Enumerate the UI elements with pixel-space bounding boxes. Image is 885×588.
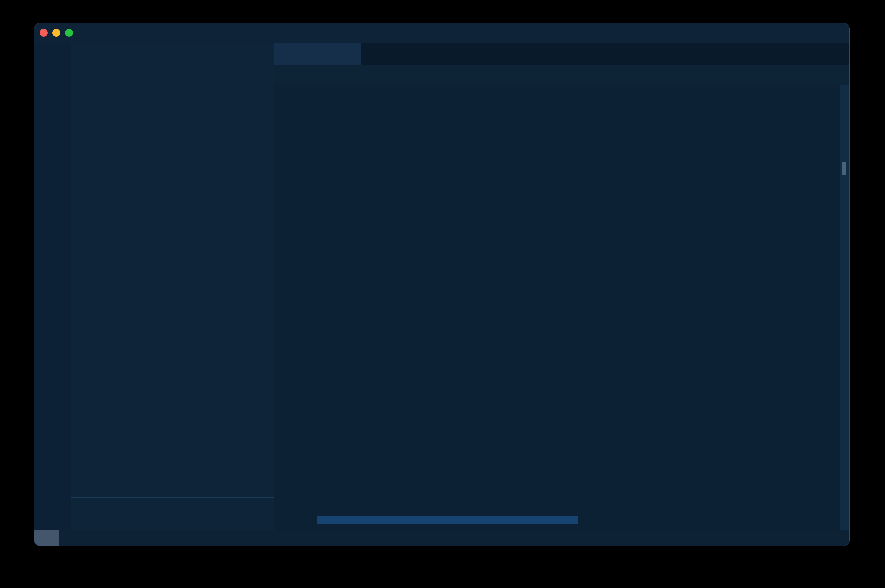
remote-indicator[interactable] xyxy=(35,530,59,546)
code-editor[interactable] xyxy=(274,85,850,530)
explorer-sidebar xyxy=(71,43,274,530)
editor-toolbar xyxy=(842,43,850,65)
overview-ruler-marker xyxy=(842,162,846,175)
explorer-header xyxy=(71,43,274,68)
tab-index-tsx[interactable] xyxy=(274,43,361,65)
workspace-root-row[interactable] xyxy=(71,68,274,84)
outline-section[interactable] xyxy=(71,497,274,514)
vscode-window xyxy=(34,23,850,546)
vertical-scrollbar[interactable] xyxy=(840,85,849,530)
activity-bar xyxy=(35,43,71,530)
gitlens-blame-annotation xyxy=(274,87,850,99)
status-bar-right xyxy=(845,530,849,546)
window-title xyxy=(35,24,849,43)
titlebar[interactable] xyxy=(35,24,849,44)
editor-group xyxy=(274,43,850,530)
tab-bar xyxy=(274,43,850,65)
breadcrumb xyxy=(274,65,850,85)
status-bar xyxy=(35,530,849,546)
horizontal-scrollbar[interactable] xyxy=(318,516,578,524)
timeline-section[interactable] xyxy=(71,514,274,530)
desktop xyxy=(0,0,885,588)
